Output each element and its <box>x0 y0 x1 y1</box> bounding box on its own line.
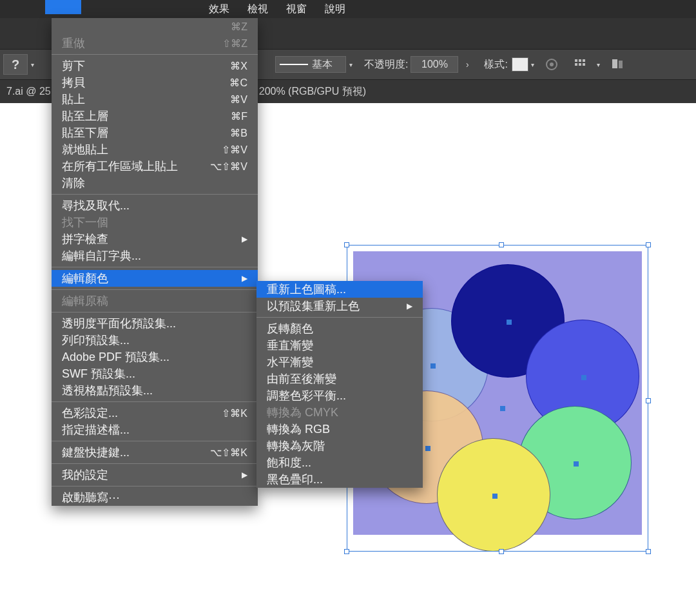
chevron-down-icon[interactable]: ▾ <box>594 61 603 68</box>
submenu-convert-grayscale[interactable]: 轉換為灰階 <box>256 438 423 454</box>
menu-color-settings[interactable]: 色彩設定... ⇧⌘K <box>52 405 258 421</box>
menu-paste[interactable]: 貼上 ⌘V <box>52 91 258 108</box>
anchor-icon[interactable] <box>500 406 505 411</box>
document-setup-icon[interactable] <box>544 57 559 72</box>
menu-perspective-preset[interactable]: 透視格點預設集... <box>52 382 258 399</box>
svg-rect-5 <box>575 63 577 66</box>
menu-pdf-preset[interactable]: Adobe PDF 預設集... <box>52 349 258 365</box>
submenu-adjust-balance[interactable]: 調整色彩平衡... <box>256 387 423 404</box>
menu-window[interactable]: 視窗 <box>277 0 316 19</box>
selection-handle-bm[interactable] <box>499 549 504 554</box>
opacity-value: 100% <box>421 59 448 70</box>
menu-edit-colors[interactable]: 編輯顏色 ▶ <box>52 270 258 287</box>
menu-find-replace[interactable]: 尋找及取代... <box>52 197 258 214</box>
selection-handle-br[interactable] <box>646 549 651 554</box>
submenu-recolor-preset[interactable]: 以預設集重新上色 ▶ <box>256 298 423 314</box>
stroke-dropdown[interactable]: 基本 <box>275 56 346 73</box>
menu-separator <box>52 463 258 464</box>
submenu-arrow-icon: ▶ <box>407 302 412 311</box>
submenu-convert-cmyk: 轉換為 CMYK <box>256 404 423 421</box>
svg-rect-9 <box>619 61 623 68</box>
anchor-icon[interactable] <box>574 461 579 467</box>
anchor-icon[interactable] <box>492 494 498 499</box>
anchor-icon[interactable] <box>425 446 430 451</box>
chevron-down-icon[interactable]: ▾ <box>346 61 355 68</box>
style-label: 樣式: <box>484 58 507 72</box>
menu-spell-check[interactable]: 拼字檢查 ▶ <box>52 231 258 247</box>
submenu-blend-vertical[interactable]: 垂直漸變 <box>256 337 423 354</box>
selection-handle-tl[interactable] <box>344 242 349 247</box>
chevron-right-icon[interactable]: › <box>461 59 474 70</box>
menu-undo: ⌘Z <box>52 18 258 35</box>
align-icon[interactable] <box>572 57 588 72</box>
chevron-down-icon[interactable]: ▾ <box>28 61 37 68</box>
stroke-line-icon <box>280 64 308 65</box>
menu-cut[interactable]: 剪下 ⌘X <box>52 57 258 74</box>
menu-paste-in-place[interactable]: 就地貼上 ⇧⌘V <box>52 141 258 158</box>
submenu-invert-colors[interactable]: 反轉顏色 <box>256 320 423 337</box>
menu-redo: 重做 ⇧⌘Z <box>52 35 258 52</box>
menu-separator <box>52 401 258 402</box>
opacity-label: 不透明度: <box>364 58 408 72</box>
top-menubar: 效果 檢視 視窗 說明 <box>0 0 696 18</box>
menu-help[interactable]: 說明 <box>316 0 354 19</box>
submenu-arrow-icon: ▶ <box>242 274 247 283</box>
submenu-saturation[interactable]: 飽和度... <box>256 454 423 471</box>
svg-point-1 <box>550 63 554 66</box>
stroke-label: 基本 <box>312 58 333 72</box>
anchor-icon[interactable] <box>430 363 436 369</box>
selection-handle-tm[interactable] <box>499 242 504 247</box>
submenu-blend-front-back[interactable]: 由前至後漸變 <box>256 371 423 387</box>
selection-handle-mr[interactable] <box>646 398 651 403</box>
menu-edit-original: 編輯原稿 <box>52 293 258 309</box>
menu-separator <box>52 289 258 290</box>
menu-copy[interactable]: 拷貝 ⌘C <box>52 74 258 91</box>
menu-separator <box>52 267 258 267</box>
anchor-icon[interactable] <box>581 375 586 380</box>
submenu-blend-horizontal[interactable]: 水平漸變 <box>256 354 423 371</box>
chevron-down-icon[interactable]: ▾ <box>528 61 537 68</box>
menu-view[interactable]: 檢視 <box>238 0 277 19</box>
svg-rect-3 <box>579 59 581 62</box>
menu-flatten-preset[interactable]: 透明度平面化預設集... <box>52 315 258 332</box>
svg-rect-4 <box>583 59 585 62</box>
submenu-convert-rgb[interactable]: 轉換為 RGB <box>256 421 423 438</box>
menu-effect[interactable]: 效果 <box>200 0 238 19</box>
menu-keyboard-shortcuts[interactable]: 鍵盤快捷鍵... ⌥⇧⌘K <box>52 444 258 461</box>
submenu-arrow-icon: ▶ <box>242 235 247 244</box>
menu-separator <box>52 312 258 313</box>
document-tab-active[interactable]: 200% (RGB/GPU 預視) <box>251 81 374 102</box>
menu-start-dictation[interactable]: 啟動聽寫⋯ <box>52 489 258 506</box>
menu-find-next: 找下一個 <box>52 214 258 231</box>
menu-separator <box>52 194 258 195</box>
menu-clear[interactable]: 清除 <box>52 175 258 191</box>
menu-separator <box>52 54 258 55</box>
menu-paste-back[interactable]: 貼至下層 ⌘B <box>52 124 258 141</box>
anchor-icon[interactable] <box>507 320 512 325</box>
active-menu-highlight <box>45 0 81 14</box>
style-swatch[interactable] <box>512 57 528 72</box>
menu-swf-preset[interactable]: SWF 預設集... <box>52 365 258 382</box>
selection-handle-bl[interactable] <box>344 549 349 554</box>
selection-handle-tr[interactable] <box>646 242 651 247</box>
document-tab-left[interactable]: 7.ai @ 25 <box>0 82 58 101</box>
opacity-input[interactable]: 100% <box>411 56 458 73</box>
help-button[interactable]: ? <box>3 54 28 75</box>
menu-print-preset[interactable]: 列印預設集... <box>52 332 258 349</box>
menu-paste-front[interactable]: 貼至上層 ⌘F <box>52 108 258 124</box>
submenu-arrow-icon: ▶ <box>242 470 247 479</box>
edit-colors-submenu: 重新上色圖稿... 以預設集重新上色 ▶ 反轉顏色 垂直漸變 水平漸變 由前至後… <box>256 281 423 488</box>
svg-rect-6 <box>579 63 581 66</box>
menu-paste-all-artboards[interactable]: 在所有工作區域上貼上 ⌥⇧⌘V <box>52 158 258 175</box>
edit-menu: ⌘Z 重做 ⇧⌘Z 剪下 ⌘X 拷貝 ⌘C 貼上 ⌘V 貼至上層 ⌘F 貼至下層… <box>52 18 258 506</box>
menu-my-settings[interactable]: 我的設定 ▶ <box>52 467 258 483</box>
menu-separator <box>52 441 258 441</box>
menu-assign-profile[interactable]: 指定描述檔... <box>52 421 258 438</box>
submenu-recolor-artwork[interactable]: 重新上色圖稿... <box>256 281 423 298</box>
arrange-icon[interactable] <box>610 57 625 72</box>
menu-separator <box>52 486 258 486</box>
submenu-overprint-black[interactable]: 黑色疊印... <box>256 471 423 488</box>
menu-edit-dictionary[interactable]: 編輯自訂字典... <box>52 247 258 264</box>
menu-separator <box>256 317 423 318</box>
svg-rect-2 <box>575 59 577 62</box>
